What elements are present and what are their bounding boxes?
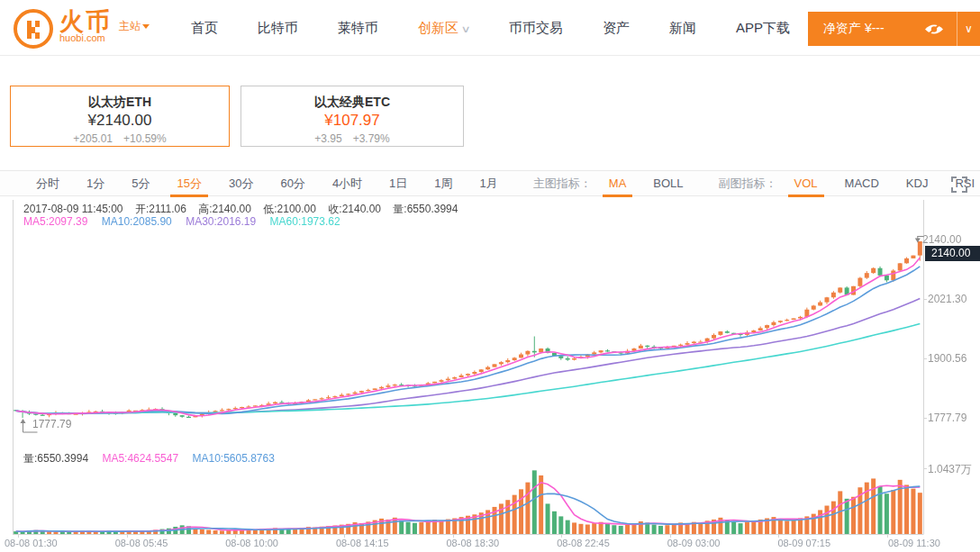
current-price-badge: 2140.00 <box>925 246 980 261</box>
time-tick: 08-09 11:30 <box>888 538 940 548</box>
kline-chart-canvas[interactable] <box>0 196 980 552</box>
chevron-down-icon: ∨ <box>965 23 973 35</box>
volume-axis-label: 1.0437万 <box>928 462 972 477</box>
net-asset-dropdown[interactable]: ∨ <box>957 12 980 46</box>
main-indicator-label: 主图指标： <box>533 176 592 192</box>
timeframe-1week[interactable]: 1周 <box>426 171 460 196</box>
axis-label: 1777.79 <box>928 412 966 424</box>
lowest-price-annotation: 1777.79 <box>32 418 71 430</box>
time-tick: 08-09 03:00 <box>667 538 721 548</box>
timeframe-5min[interactable]: 5分 <box>123 171 158 196</box>
ma30-value: MA30:2016.19 <box>186 215 256 228</box>
chart-area: 2017-08-09 11:45:00 开:2111.06 高:2140.00 … <box>0 196 980 552</box>
sub-indicator-kdj[interactable]: KDJ <box>898 171 937 196</box>
timeframe-4hour[interactable]: 4小时 <box>324 171 370 196</box>
volume-ma10-value: MA10:5605.8763 <box>192 452 274 465</box>
candle-open: 开:2111.06 <box>135 203 186 215</box>
volume-value: 量:6550.3994 <box>23 452 88 465</box>
top-header: 火币 huobi.com 主站 首页 比特币 莱特币 创新区∨ 币币交易 资产 … <box>0 0 980 56</box>
candle-low: 低:2100.00 <box>263 203 316 215</box>
nav-item-app-download[interactable]: APP下载 <box>736 20 790 37</box>
eye-hidden-icon[interactable] <box>924 23 944 36</box>
sub-indicator-vol[interactable]: VOL <box>786 171 826 196</box>
timeframe-30min[interactable]: 30分 <box>221 171 261 196</box>
market-card-etc[interactable]: 以太经典ETC ¥107.97 +3.95+3.79% <box>240 86 464 147</box>
volume-legend: 量:6550.3994 MA5:4624.5547 MA10:5605.8763 <box>23 451 286 466</box>
sub-indicator-macd[interactable]: MACD <box>837 171 887 196</box>
time-tick: 08-08 05:45 <box>115 538 168 548</box>
candle-high: 高:2140.00 <box>198 203 251 215</box>
change-amount: +3.95 <box>314 132 341 145</box>
card-price: ¥107.97 <box>241 111 463 131</box>
time-tick: 08-08 10:00 <box>225 538 278 548</box>
net-asset-button[interactable]: 净资产 ¥--- ∨ <box>808 12 980 46</box>
ma-legend: MA5:2097.39 MA10:2085.90 MA30:2016.19 MA… <box>23 215 351 228</box>
ma60-value: MA60:1973.62 <box>270 215 340 228</box>
time-axis: 08-08 01:30 08-08 05:45 08-08 10:00 08-0… <box>5 538 940 548</box>
timeframe-1day[interactable]: 1日 <box>381 171 415 196</box>
net-asset-label: 净资产 ¥--- <box>823 21 885 37</box>
logo-domain-text: huobi.com <box>59 33 112 43</box>
net-asset-main[interactable]: 净资产 ¥--- <box>808 12 957 46</box>
candle-volume: 量:6550.3994 <box>393 203 458 215</box>
nav-item-home[interactable]: 首页 <box>191 20 218 37</box>
change-percent: +3.79% <box>353 132 390 145</box>
candle-close: 收:2140.00 <box>328 203 381 215</box>
nav-item-news[interactable]: 新闻 <box>669 20 696 37</box>
chart-toolbar: 分时 1分 5分 15分 30分 60分 4小时 1日 1周 1月 主图指标： … <box>0 170 980 196</box>
time-tick: 08-08 22:45 <box>557 538 610 548</box>
axis-label: 2021.30 <box>928 293 966 305</box>
card-price: ¥2140.00 <box>11 111 229 131</box>
candle-datetime: 2017-08-09 11:45:00 <box>23 203 123 215</box>
nav-item-litecoin[interactable]: 莱特币 <box>338 20 378 37</box>
time-tick: 08-08 18:30 <box>447 538 500 548</box>
time-tick: 08-09 07:15 <box>777 538 830 548</box>
main-indicator-ma[interactable]: MA <box>601 171 635 196</box>
timeframe-1min[interactable]: 1分 <box>78 171 113 196</box>
change-amount: +205.01 <box>73 132 113 145</box>
timeframe-15min[interactable]: 15分 <box>168 171 209 196</box>
nav-item-assets[interactable]: 资产 <box>603 20 630 37</box>
card-change: +205.01+10.59% <box>11 132 229 145</box>
nav-item-innovation-zone[interactable]: 创新区∨ <box>418 20 469 37</box>
fullscreen-icon[interactable] <box>951 176 967 193</box>
site-switch-dropdown[interactable]: 主站 <box>119 19 150 34</box>
nav-item-coin-trade[interactable]: 币币交易 <box>509 20 563 37</box>
market-card-eth[interactable]: 以太坊ETH ¥2140.00 +205.01+10.59% <box>10 86 230 147</box>
huobi-logo-icon <box>13 8 54 50</box>
change-percent: +10.59% <box>123 132 167 145</box>
axis-label: 1900.56 <box>928 352 966 365</box>
card-change: +3.95+3.79% <box>241 132 463 145</box>
volume-ma5-value: MA5:4624.5547 <box>102 452 178 465</box>
timeframe-time[interactable]: 分时 <box>28 171 68 196</box>
time-tick: 08-08 14:15 <box>336 538 389 548</box>
axis-label-high: 2140.00 <box>922 233 961 246</box>
timeframe-60min[interactable]: 60分 <box>272 171 313 196</box>
logo-text: 火币 huobi.com <box>59 8 112 43</box>
triangle-down-icon <box>142 24 150 29</box>
sub-indicator-label: 副图指标： <box>719 176 777 192</box>
main-indicator-boll[interactable]: BOLL <box>645 171 691 196</box>
card-title: 以太坊ETH <box>11 94 229 110</box>
card-title: 以太经典ETC <box>241 94 463 110</box>
nav-item-bitcoin[interactable]: 比特币 <box>258 20 298 37</box>
ma10-value: MA10:2085.90 <box>102 215 172 228</box>
time-tick: 08-08 01:30 <box>5 538 58 548</box>
huobi-logo[interactable]: 火币 huobi.com 主站 <box>13 8 150 50</box>
timeframe-1month[interactable]: 1月 <box>472 171 506 196</box>
main-nav: 首页 比特币 莱特币 创新区∨ 币币交易 资产 新闻 APP下载 <box>191 0 790 56</box>
ma5-value: MA5:2097.39 <box>23 215 87 228</box>
chevron-down-icon: ∨ <box>460 23 470 35</box>
logo-cn-text: 火币 <box>59 8 112 35</box>
huobi-trading-page: 火币 huobi.com 主站 首页 比特币 莱特币 创新区∨ 币币交易 资产 … <box>0 0 980 552</box>
chart-panel: 分时 1分 5分 15分 30分 60分 4小时 1日 1周 1月 主图指标： … <box>0 170 980 552</box>
